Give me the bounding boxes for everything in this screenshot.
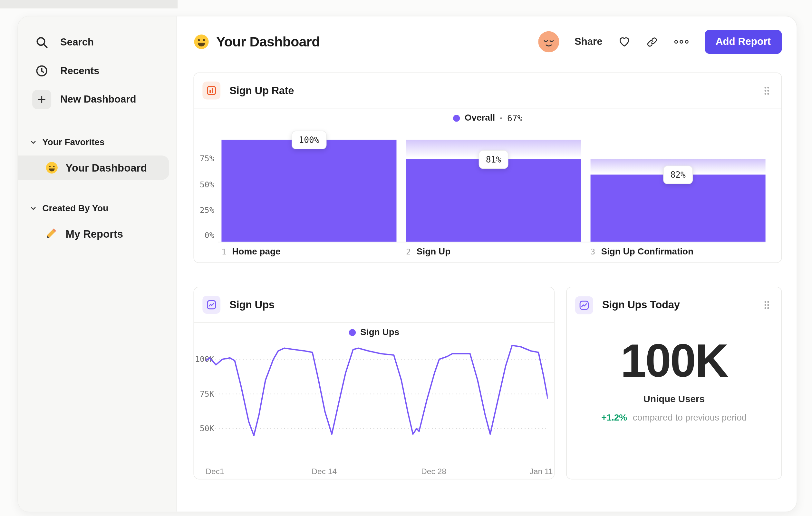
chevron-down-icon	[30, 205, 37, 212]
card-header: Sign Ups	[194, 287, 554, 323]
x-tick-label: Dec1	[206, 467, 224, 476]
card-sign-ups-today: Sign Ups Today 100K Unique Users	[566, 287, 782, 479]
card-header: Sign Ups Today	[567, 287, 781, 323]
line-chart-icon	[575, 296, 593, 314]
funnel-value-chip: 100%	[291, 131, 326, 149]
dashboard-app: Search Recents New Dashboard	[0, 0, 812, 516]
sidebar-item-recents[interactable]: Recents	[18, 57, 176, 85]
line-chart: Sign Ups 100K75K50K Dec1Dec 14Dec 28Jan …	[194, 323, 554, 480]
x-tick-label: Dec 14	[312, 467, 337, 476]
sign-ups-line-series[interactable]	[206, 345, 547, 435]
sidebar-item-label: Your Dashboard	[65, 162, 147, 174]
pencil-icon	[46, 227, 58, 240]
funnel-step-label: 2Sign Up	[406, 247, 581, 257]
funnel-step-label: 1Home page	[221, 247, 396, 257]
funnel-bar-fill	[406, 159, 581, 242]
metric-subtitle: Unique Users	[567, 394, 781, 405]
y-tick-label: 75%	[193, 154, 214, 164]
sidebar-item-new-dashboard[interactable]: New Dashboard	[18, 85, 176, 114]
sidebar-item-my-reports[interactable]: My Reports	[18, 222, 176, 245]
drag-handle-icon[interactable]	[762, 84, 772, 97]
bar-chart-icon	[202, 82, 221, 100]
delta-description: compared to previous period	[633, 413, 747, 423]
card-title: Sign Ups	[229, 299, 274, 311]
funnel-plot: 100%81%82%	[221, 140, 765, 242]
card-title: Sign Ups Today	[602, 299, 680, 311]
sidebar-item-label: Recents	[60, 65, 99, 77]
legend-sign-ups[interactable]: Sign Ups	[194, 327, 554, 338]
funnel-step-label: 3Sign Up Confirmation	[591, 247, 765, 257]
add-report-button[interactable]: Add Report	[704, 30, 782, 54]
y-tick-label: 0%	[193, 230, 214, 240]
page-title: Your Dashboard	[216, 33, 320, 50]
chevron-down-icon	[30, 139, 37, 146]
page-header: Your Dashboard Share	[193, 30, 782, 54]
sidebar: Search Recents New Dashboard	[18, 17, 177, 512]
funnel-value-chip: 82%	[663, 165, 693, 184]
funnel-bar[interactable]: 100%	[221, 140, 396, 242]
section-created-by-you[interactable]: Created By You	[18, 201, 176, 216]
card-header: Sign Up Rate	[194, 73, 781, 108]
search-icon	[32, 33, 51, 52]
cards-row: Sign Ups Sign Ups 100K75K50K Dec1Dec 14D…	[193, 287, 782, 479]
line-plot	[206, 340, 547, 462]
top-edge-strip	[0, 0, 178, 8]
smiley-icon	[193, 34, 209, 50]
funnel-bar-fill	[221, 140, 396, 242]
legend-dot	[349, 329, 355, 336]
card-title: Sign Up Rate	[229, 84, 294, 97]
funnel-baseline	[218, 242, 765, 243]
sidebar-item-your-dashboard[interactable]: Your Dashboard	[18, 156, 169, 180]
favorite-heart-button[interactable]	[618, 35, 630, 48]
legend-dot	[453, 114, 460, 121]
more-options-button[interactable]	[673, 39, 689, 44]
sidebar-item-search[interactable]: Search	[18, 28, 176, 57]
legend-overall[interactable]: Overall • 67%	[194, 113, 781, 123]
funnel-bar-fill	[591, 174, 765, 242]
copy-link-button[interactable]	[646, 36, 658, 48]
funnel-y-axis: 75%50%25%0%	[194, 140, 215, 242]
card-sign-up-rate: Sign Up Rate Overall • 67%	[193, 73, 782, 263]
smiley-icon	[46, 161, 58, 174]
section-your-favorites[interactable]: Your Favorites	[18, 135, 176, 150]
user-avatar[interactable]	[538, 31, 559, 53]
main-content: Your Dashboard Share	[177, 17, 797, 512]
link-icon	[646, 36, 658, 48]
drag-handle-icon[interactable]	[762, 298, 772, 311]
x-tick-label: Jan 11	[529, 467, 553, 476]
plus-icon	[32, 90, 51, 109]
y-tick-label: 25%	[193, 205, 214, 215]
funnel-bar[interactable]: 82%	[591, 140, 765, 242]
funnel-value-chip: 81%	[478, 150, 509, 168]
clock-icon	[32, 61, 51, 80]
sidebar-item-label: My Reports	[65, 228, 123, 240]
line-x-axis: Dec1Dec 14Dec 28Jan 11	[206, 467, 547, 477]
ellipsis-icon	[673, 39, 689, 44]
main-window: Search Recents New Dashboard	[18, 16, 797, 512]
metric-delta-row: +1.2% compared to previous period	[567, 413, 781, 424]
metric-body: 100K Unique Users +1.2% compared to prev…	[567, 323, 781, 424]
funnel-step-labels: 1Home page2Sign Up3Sign Up Confirmation	[221, 247, 765, 257]
funnel-chart: Overall • 67% 75%50%25%0% 100%81%82% 1Ho…	[194, 108, 781, 263]
funnel-bar[interactable]: 81%	[406, 140, 581, 242]
section-title: Created By You	[42, 203, 108, 214]
heart-icon	[618, 35, 630, 48]
section-title: Your Favorites	[42, 137, 105, 148]
card-sign-ups: Sign Ups Sign Ups 100K75K50K Dec1Dec 14D…	[193, 287, 555, 479]
delta-value: +1.2%	[601, 413, 627, 423]
sidebar-item-label: Search	[60, 36, 94, 48]
share-button[interactable]: Share	[575, 36, 603, 48]
line-chart-icon	[202, 296, 221, 314]
y-tick-label: 50%	[193, 180, 214, 189]
sidebar-item-label: New Dashboard	[60, 93, 136, 105]
metric-value: 100K	[567, 338, 781, 384]
x-tick-label: Dec 28	[421, 467, 446, 476]
